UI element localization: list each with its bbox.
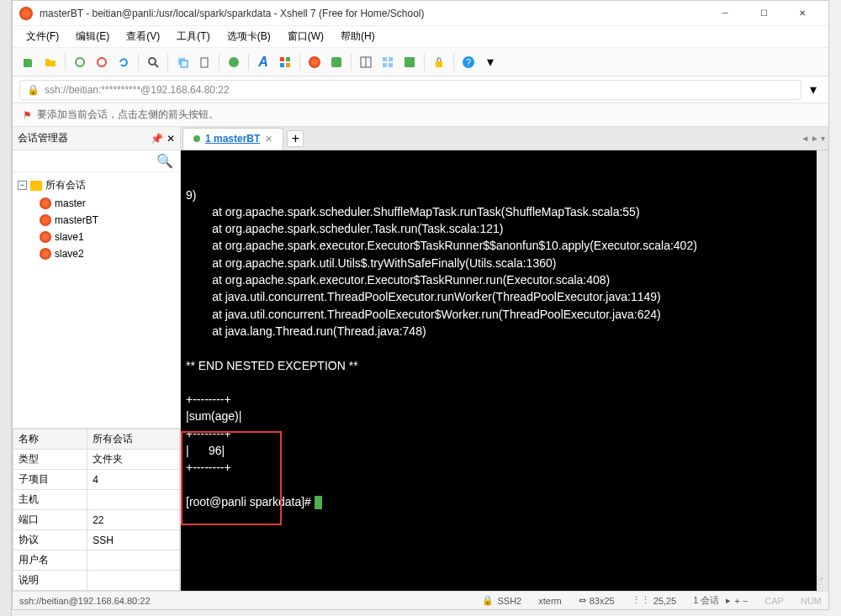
- new-session-button[interactable]: +: [19, 53, 38, 71]
- separator: [453, 54, 454, 71]
- svg-rect-8: [201, 58, 208, 67]
- tab-menu-icon[interactable]: ▾: [821, 134, 825, 143]
- hint-bar: ⚑ 要添加当前会话，点击左侧的箭头按钮。: [13, 103, 828, 127]
- add-tab-button[interactable]: +: [287, 130, 304, 147]
- svg-rect-22: [436, 61, 442, 67]
- menu-tools[interactable]: 工具(T): [170, 26, 216, 47]
- main-area: 1 masterBT ✕ + ◄ ► ▾ 9) at org.apache.sp…: [181, 127, 828, 591]
- disconnect-button[interactable]: [93, 53, 111, 71]
- terminal-line: 9): [186, 187, 812, 203]
- menu-edit[interactable]: 编辑(E): [69, 26, 116, 47]
- prop-header-name: 名称: [13, 429, 87, 450]
- terminal-line: at org.apache.spark.executor.Executor$Ta…: [186, 237, 812, 254]
- session-label: master: [55, 197, 86, 209]
- dropdown-button[interactable]: ▾: [481, 53, 500, 71]
- session-item-slave2[interactable]: slave2: [13, 245, 180, 262]
- svg-rect-18: [389, 57, 393, 61]
- tab-masterbt[interactable]: 1 masterBT ✕: [182, 128, 283, 150]
- tab-next-icon[interactable]: ►: [811, 134, 819, 143]
- collapse-icon[interactable]: −: [18, 181, 27, 190]
- svg-rect-14: [331, 57, 341, 67]
- menu-window[interactable]: 窗口(W): [281, 26, 331, 47]
- lock-button[interactable]: [430, 53, 448, 71]
- table-row: 子项目4: [13, 470, 180, 490]
- separator: [351, 54, 352, 71]
- svg-point-4: [149, 58, 156, 65]
- session-label: masterBT: [55, 214, 98, 226]
- table-row: 类型文件夹: [13, 450, 180, 470]
- session-manager-header: 会话管理器 📌 ✕: [13, 127, 180, 150]
- terminal-line: at java.lang.Thread.run(Thread.java:748): [186, 323, 812, 340]
- address-dropdown[interactable]: ▾: [805, 80, 822, 100]
- window-controls: ─ ☐ ✕: [706, 1, 822, 26]
- separator: [248, 54, 249, 71]
- folder-icon: [30, 181, 42, 191]
- search-icon[interactable]: 🔍: [156, 153, 173, 169]
- tile-button[interactable]: [378, 53, 397, 71]
- minimize-button[interactable]: ─: [706, 1, 744, 26]
- open-button[interactable]: [41, 53, 60, 71]
- tab-prev-icon[interactable]: ◄: [801, 134, 809, 143]
- address-text: ssh://beitian:**********@192.168.64.80:2…: [45, 84, 230, 96]
- table-row: 端口22: [13, 510, 180, 530]
- reconnect-button[interactable]: [114, 53, 133, 71]
- connection-status-icon: [193, 135, 200, 142]
- svg-rect-12: [280, 63, 284, 67]
- separator: [65, 54, 66, 71]
- svg-text:+: +: [30, 55, 35, 64]
- status-caps: CAP: [764, 596, 784, 606]
- help-button[interactable]: ?: [459, 53, 478, 71]
- session-label: slave1: [55, 231, 84, 243]
- terminal-line: [186, 340, 812, 356]
- color-button[interactable]: [276, 53, 294, 71]
- pos-icon: ⋮⋮: [632, 595, 650, 606]
- copy-button[interactable]: [173, 53, 192, 71]
- maximize-button[interactable]: ☐: [744, 1, 783, 26]
- panel-close-icon[interactable]: ✕: [167, 133, 175, 145]
- flag-icon: ⚑: [23, 109, 32, 121]
- terminal[interactable]: 9) at org.apache.spark.scheduler.Shuffle…: [181, 150, 828, 591]
- svg-rect-17: [383, 57, 387, 61]
- menu-help[interactable]: 帮助(H): [334, 26, 382, 47]
- tree-root[interactable]: − 所有会话: [13, 176, 180, 195]
- svg-rect-10: [280, 57, 284, 61]
- search-button[interactable]: [144, 53, 162, 71]
- addressbar: 🔒 ssh://beitian:**********@192.168.64.80…: [13, 76, 828, 103]
- session-icon: [40, 231, 51, 243]
- svg-rect-7: [181, 61, 188, 67]
- paste-button[interactable]: [195, 53, 214, 71]
- menu-view[interactable]: 查看(V): [119, 26, 167, 47]
- connect-button[interactable]: [71, 53, 89, 71]
- terminal-line: at org.apache.spark.executor.Executor$Ta…: [186, 271, 812, 288]
- session-label: slave2: [55, 248, 84, 260]
- address-input[interactable]: 🔒 ssh://beitian:**********@192.168.64.80…: [19, 80, 801, 100]
- hint-text: 要添加当前会话，点击左侧的箭头按钮。: [37, 108, 219, 122]
- table-row: 协议SSH: [13, 530, 180, 550]
- properties-table: 名称所有会话 类型文件夹 子项目4 主机 端口22 协议SSH 用户名 说明: [13, 428, 180, 591]
- app-icon: [19, 7, 33, 20]
- terminal-line: ** END NESTED EXCEPTION **: [186, 357, 812, 374]
- terminal-line: +--------+: [186, 391, 812, 408]
- terminal-line: +--------+: [186, 425, 812, 442]
- grid-button[interactable]: [400, 53, 419, 71]
- session-item-slave1[interactable]: slave1: [13, 229, 180, 245]
- terminal-line: [root@panli sparkdata]#: [186, 493, 812, 510]
- session-item-master[interactable]: master: [13, 195, 180, 212]
- separator: [424, 54, 425, 71]
- terminal-line: at java.util.concurrent.ThreadPoolExecut…: [186, 306, 812, 323]
- terminal-line: at org.apache.spark.scheduler.ShuffleMap…: [186, 203, 812, 220]
- menu-tabs[interactable]: 选项卡(B): [220, 26, 278, 47]
- layout-button[interactable]: [357, 53, 375, 71]
- menu-file[interactable]: 文件(F): [19, 26, 66, 47]
- cursor: [315, 496, 322, 509]
- pin-icon[interactable]: 📌: [151, 133, 163, 145]
- xshell-button[interactable]: [305, 53, 324, 71]
- svg-rect-21: [405, 57, 415, 67]
- tab-close-icon[interactable]: ✕: [265, 134, 272, 145]
- session-item-masterbt[interactable]: masterBT: [13, 212, 180, 229]
- xftp-button[interactable]: [327, 53, 346, 71]
- font-button[interactable]: A: [254, 53, 272, 71]
- globe-button[interactable]: [225, 53, 243, 71]
- terminal-line: at org.apache.spark.scheduler.Task.run(T…: [186, 220, 812, 237]
- close-button[interactable]: ✕: [783, 1, 822, 26]
